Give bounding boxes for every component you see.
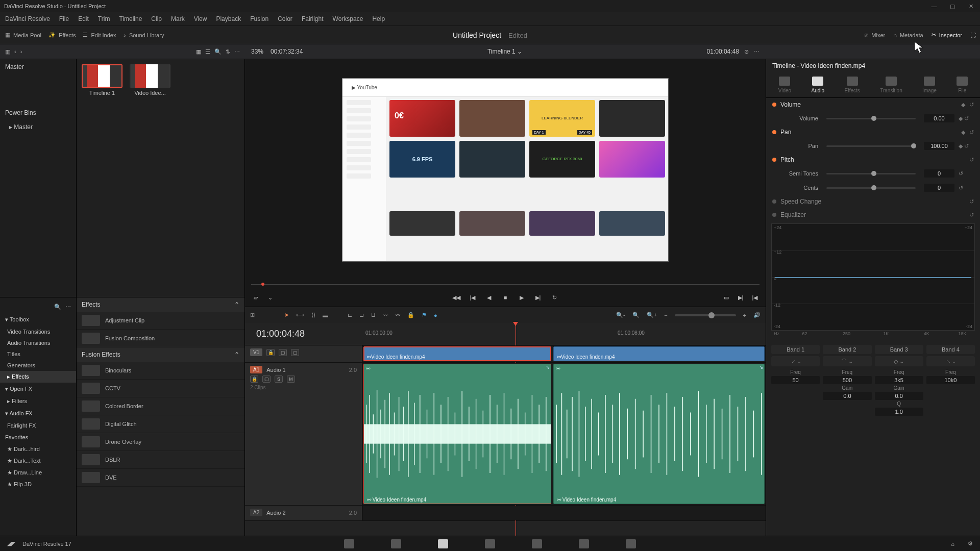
track-lock-icon[interactable]: 🔒 (266, 349, 275, 356)
nav-back-icon[interactable]: ‹ (14, 48, 16, 55)
track-toggle-icon[interactable]: ▢ (279, 349, 287, 356)
nav-titles[interactable]: Titles (0, 348, 76, 360)
metadata-toggle[interactable]: ⌂ Metadata (893, 32, 923, 38)
overwrite-icon[interactable]: ⊐ (359, 312, 364, 318)
favorites-header[interactable]: Favorites (0, 431, 76, 443)
power-bins-header[interactable]: Power Bins (0, 105, 76, 120)
equalizer-graph[interactable]: +24 +24 +12 0 -12 -24 -24 Hz 62 250 1K 4… (771, 223, 975, 331)
clip-thumb-video[interactable]: Video Idee... (130, 64, 170, 96)
loop-icon[interactable]: ↻ (550, 293, 559, 302)
effects-toggle[interactable]: ✨ Effects (48, 32, 76, 38)
mute-button[interactable]: M (287, 375, 295, 383)
fav-item[interactable]: ★ Dark...Text (0, 455, 76, 467)
bypass-icon[interactable]: ⊘ (744, 48, 749, 55)
menu-view[interactable]: View (194, 15, 207, 22)
fusion-effects-group[interactable]: Fusion Effects (82, 351, 120, 358)
menu-file[interactable]: File (59, 15, 69, 22)
toolbox-header[interactable]: Toolbox (10, 316, 29, 322)
effect-item[interactable]: Digital Glitch (77, 415, 244, 433)
video-track-tag[interactable]: V1 (250, 348, 262, 356)
audio-track2-tag[interactable]: A2 (250, 509, 262, 516)
retime-icon[interactable]: 〰 (383, 312, 388, 318)
gain-value[interactable]: 0.0 (823, 392, 871, 400)
semitones-slider[interactable] (826, 173, 916, 174)
eq-band-3[interactable]: Band 3 ◇ ⌄ Freq3k5 Gain0.0 Q1.0 (875, 345, 923, 416)
menu-playback[interactable]: Playback (216, 15, 241, 22)
step-fwd-icon[interactable]: ▶| (533, 293, 543, 302)
chevron-down-icon[interactable]: ⌄ (265, 293, 275, 302)
lock-icon[interactable]: 🔒 (407, 312, 414, 318)
video-clip-2[interactable]: ⚯ Video Ideen finden.mp4 (553, 346, 765, 361)
timeline-ruler[interactable]: 01:00:00:00 01:00:08:00 (362, 323, 766, 345)
effect-item[interactable]: DVE (77, 469, 244, 487)
menu-trim[interactable]: Trim (98, 15, 110, 22)
track-lock-icon[interactable]: 🔒 (250, 375, 258, 383)
freq-value[interactable]: 3k5 (875, 376, 923, 384)
solo-button[interactable]: S (275, 375, 283, 383)
master-bin[interactable]: Master (0, 59, 76, 74)
first-frame-icon[interactable]: |◀ (468, 293, 477, 302)
audiofx-header[interactable]: Audio FX (9, 410, 32, 416)
fav-item[interactable]: ★ Dark...hird (0, 443, 76, 455)
freq-value[interactable]: 500 (823, 376, 871, 384)
nav-audio-transitions[interactable]: Audio Transitions (0, 337, 76, 348)
inspector-toggle[interactable]: ✂ Inspector (932, 32, 962, 38)
eq-band-2[interactable]: Band 2 ⌒ ⌄ Freq500 Gain0.0 (823, 345, 871, 416)
menu-fairlight[interactable]: Fairlight (302, 15, 324, 22)
band-shape-icon[interactable]: ⌒ ⌄ (823, 356, 871, 366)
freq-value[interactable]: 10k0 (926, 376, 975, 384)
menu-fusion[interactable]: Fusion (250, 15, 268, 22)
mixer-toggle[interactable]: ⎚ Mixer (865, 32, 885, 38)
menu-resolve[interactable]: DaVinci Resolve (5, 15, 50, 22)
volume-value[interactable]: 0.00 (924, 114, 954, 122)
effect-item[interactable]: Drone Overlay (77, 433, 244, 451)
effect-item[interactable]: CCTV (77, 380, 244, 397)
close-button[interactable]: ✕ (962, 0, 980, 12)
band-shape-icon[interactable]: ⟍ ⌄ (926, 356, 975, 366)
more-icon[interactable]: ⋯ (65, 304, 71, 310)
timeline-view-icon[interactable]: ⊞ (250, 312, 255, 318)
nav-filters[interactable]: ▸ Filters (0, 395, 76, 407)
blade-tool-icon[interactable]: ▬ (323, 312, 328, 318)
audio-track-tag[interactable]: A1 (250, 366, 262, 373)
pan-section[interactable]: Pan (780, 129, 957, 136)
viewer-canvas[interactable]: ▶ YouTube 0€ LEARNING BLENDERDAY 1DAY 45… (342, 78, 669, 262)
effect-item[interactable]: Colored Border (77, 397, 244, 415)
edit-index-toggle[interactable]: ☰ Edit Index (83, 32, 116, 38)
reset-icon[interactable]: ↺ (969, 129, 974, 136)
match-frame-icon[interactable]: ▭ (722, 293, 731, 302)
search-icon[interactable]: 🔍 (214, 48, 222, 55)
home-icon[interactable]: ⌂ (951, 541, 954, 547)
effect-item[interactable]: DSLR (77, 451, 244, 469)
flag-icon[interactable]: ⚑ (422, 312, 427, 318)
zoom-in-icon[interactable]: 🔍+ (647, 312, 657, 318)
effect-item[interactable]: Binoculars (77, 362, 244, 380)
openfx-header[interactable]: Open FX (10, 386, 32, 392)
viewer-zoom[interactable]: 33% (251, 48, 263, 55)
step-back-icon[interactable]: ◀ (484, 293, 494, 302)
settings-icon[interactable]: ⚙ (968, 540, 973, 547)
band-shape-icon[interactable]: ◇ ⌄ (875, 356, 923, 366)
trim-tool-icon[interactable]: ⟷ (296, 312, 304, 318)
nav-fairlight[interactable]: Fairlight FX (0, 420, 76, 431)
eq-band-1[interactable]: Band 1 ⟋ ⌄ Freq50 (771, 345, 820, 416)
menu-help[interactable]: Help (372, 15, 385, 22)
link-icon[interactable]: ⚯ (396, 312, 400, 318)
cents-value[interactable]: 0 (924, 184, 954, 192)
dynamic-trim-icon[interactable]: ⟨⟩ (311, 312, 315, 318)
inspector-tab-image[interactable]: Image (919, 76, 940, 94)
fav-item[interactable]: ★ Flip 3D (0, 479, 76, 490)
play-icon[interactable]: ▶ (517, 293, 526, 302)
reset-icon[interactable]: ↺ (969, 212, 974, 218)
inspector-tab-effects[interactable]: Effects (841, 76, 863, 94)
inspector-tab-audio[interactable]: ♪Audio (808, 76, 827, 94)
viewer-more-icon[interactable]: ⋯ (754, 48, 760, 55)
menu-edit[interactable]: Edit (78, 15, 89, 22)
pan-slider[interactable] (826, 145, 916, 147)
page-fairlight[interactable] (579, 539, 589, 548)
audio-clip-1[interactable]: ⚯↘ ⚯ Video Ideen finden.mp4 (363, 364, 551, 504)
menu-workspace[interactable]: Workspace (333, 15, 363, 22)
freq-value[interactable]: 50 (771, 376, 820, 384)
crop-icon[interactable]: ▱ (251, 293, 260, 302)
timeline-name[interactable]: Timeline 1 ⌄ (487, 48, 522, 55)
